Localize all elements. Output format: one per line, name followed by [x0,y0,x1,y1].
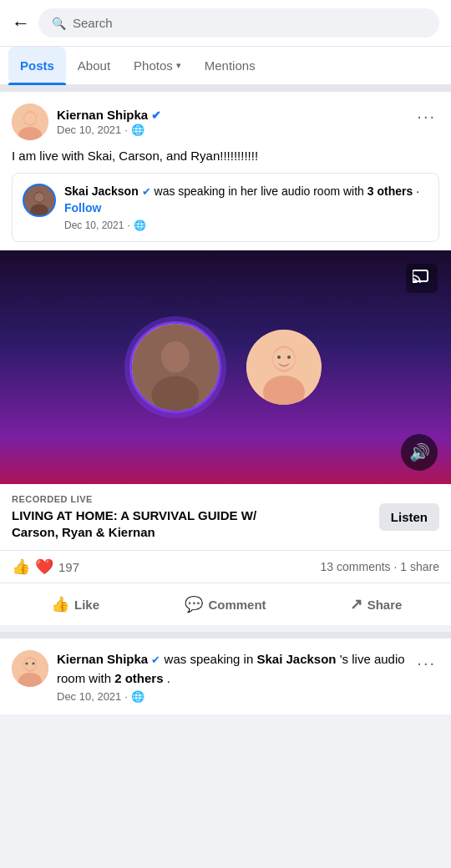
reactions-right: 13 comments · 1 share [321,560,439,573]
post-card-2: Kiernan Shipka ✔ was speaking in Skai Ja… [0,638,451,714]
search-icon: 🔍 [52,17,66,30]
preview-bold2: 2 others [114,671,163,685]
svg-point-3 [24,113,36,124]
audio-room-text: Skai Jackson ✔ was speaking in her live … [64,184,428,216]
preview-bold1: Skai Jackson [256,652,336,666]
svg-point-18 [277,356,281,359]
svg-point-25 [33,663,35,665]
post-author-info: Kiernan Shipka ✔ Dec 10, 2021 · 🌐 [12,103,161,140]
like-emoji: 👍 [12,558,30,576]
speaker-avatar-kiernan [246,330,322,405]
preview-text-suffix: . [167,671,170,685]
svg-point-24 [26,663,28,665]
avatar-kiernan-2 [12,650,48,687]
svg-point-12 [152,376,200,414]
share-icon: ↗ [350,595,362,613]
globe-icon-3: 🌐 [131,690,144,703]
reaction-count: 197 [58,560,79,574]
audio-room-info: Skai Jackson ✔ was speaking in her live … [64,184,428,231]
verified-badge-skai: ✔ [142,185,151,198]
cast-icon [406,264,438,293]
tab-navigation: Posts About Photos ▾ Mentions [0,47,451,85]
tab-mentions[interactable]: Mentions [193,47,267,84]
recorded-live-info: RECORDED LIVE LIVING AT HOME: A SURVIVAL… [12,494,296,540]
more-options-button-2[interactable]: ··· [413,650,439,676]
post-card-1: Kiernan Shipka ✔ Dec 10, 2021 · 🌐 ··· I … [0,92,451,625]
svg-point-13 [163,345,188,370]
audio-room-date: Dec 10, 2021 · 🌐 [64,220,428,231]
tab-posts[interactable]: Posts [8,47,66,84]
like-button[interactable]: 👍 Like [0,587,150,622]
recorded-live-title: LIVING AT HOME: A SURVIVAL GUIDE W/ Cars… [12,507,296,540]
header: ← 🔍 Search [0,0,451,47]
back-button[interactable]: ← [12,13,30,34]
heart-emoji: ❤️ [35,558,53,576]
search-bar[interactable]: 🔍 Search [38,8,439,38]
preview-text-prefix: was speaking in [165,652,257,666]
reactions-row: 👍 ❤️ 197 13 comments · 1 share [0,550,451,583]
privacy-icon-1: · [124,124,128,136]
live-audio-visual: 🔊 [0,250,451,484]
author-name-1: Kiernan Shipka ✔ [57,108,161,122]
post-preview-2: Kiernan Shipka ✔ was speaking in Skai Ja… [0,638,451,714]
follow-button[interactable]: Follow [64,201,101,214]
comment-button[interactable]: 💬 Comment [150,587,301,622]
listen-button[interactable]: Listen [379,503,439,531]
chevron-down-icon: ▾ [176,60,181,71]
reactions-left: 👍 ❤️ 197 [12,558,79,576]
post-date-1: Dec 10, 2021 · 🌐 [57,124,161,136]
post-meta: Kiernan Shipka ✔ Dec 10, 2021 · 🌐 [57,108,161,136]
tab-about[interactable]: About [66,47,122,84]
tab-photos[interactable]: Photos ▾ [122,47,193,84]
preview-author: Kiernan Shipka [57,652,148,666]
search-placeholder: Search [73,16,113,30]
globe-icon-1: 🌐 [131,124,144,136]
post-preview-content: Kiernan Shipka ✔ was speaking in Skai Ja… [12,650,405,703]
avatar-kiernan [12,103,48,140]
comment-icon: 💬 [185,595,203,613]
verified-badge-preview: ✔ [151,654,160,666]
audio-room-card: Skai Jackson ✔ was speaking in her live … [12,173,439,242]
share-button[interactable]: ↗ Share [301,587,451,622]
avatar-skai-small [23,184,56,217]
recorded-live-label: RECORDED LIVE [12,494,296,504]
speaker-avatar-skai [129,321,221,413]
post-preview-text: Kiernan Shipka ✔ was speaking in Skai Ja… [57,650,405,688]
preview-date: Dec 10, 2021 · 🌐 [57,690,405,703]
post-text-1: I am live with Skai, Carson, and Ryan!!!… [0,147,451,173]
svg-point-6 [30,204,48,218]
actions-row: 👍 Like 💬 Comment ↗ Share [0,583,451,625]
post-divider [0,632,451,638]
audio-room-speaker: Skai Jackson [64,184,139,198]
recorded-live-section: RECORDED LIVE LIVING AT HOME: A SURVIVAL… [0,484,451,550]
post-preview-text-block: Kiernan Shipka ✔ was speaking in Skai Ja… [57,650,405,703]
verified-badge-1: ✔ [151,108,161,122]
more-options-button-1[interactable]: ··· [413,103,439,129]
svg-point-7 [35,193,44,202]
like-icon: 👍 [51,595,69,613]
globe-icon-2: 🌐 [134,220,146,231]
svg-point-19 [287,356,291,359]
post-header-1: Kiernan Shipka ✔ Dec 10, 2021 · 🌐 ··· [0,92,451,147]
section-divider [0,85,451,92]
mute-button[interactable]: 🔊 [401,434,438,471]
